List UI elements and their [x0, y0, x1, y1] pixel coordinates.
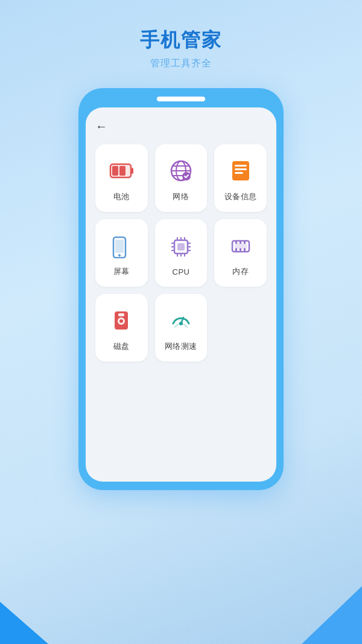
page-title: 手机管家 [140, 27, 222, 54]
phone-notch [157, 97, 205, 101]
tool-card-battery[interactable]: 电池 [95, 144, 148, 212]
tool-card-speedtest[interactable]: 网络测速 [155, 294, 208, 362]
svg-rect-13 [235, 168, 247, 170]
memory-icon [226, 231, 255, 260]
network-icon [167, 156, 195, 185]
phone-screen: ← 电池 [86, 107, 276, 482]
svg-rect-43 [118, 313, 124, 316]
battery-label: 电池 [113, 191, 130, 202]
svg-rect-12 [235, 165, 247, 167]
svg-rect-3 [112, 166, 118, 176]
svg-rect-2 [132, 168, 133, 174]
memory-label: 内存 [232, 266, 249, 277]
tool-card-cpu[interactable]: CPU [155, 219, 208, 287]
svg-point-45 [179, 322, 183, 325]
back-button[interactable]: ← [95, 120, 107, 133]
svg-point-17 [118, 254, 121, 257]
bg-decoration-right [302, 572, 362, 644]
svg-rect-14 [235, 172, 243, 174]
page-subtitle: 管理工具齐全 [140, 57, 222, 70]
deviceinfo-icon [226, 156, 255, 185]
svg-point-42 [119, 319, 123, 323]
svg-rect-39 [235, 243, 247, 249]
screen-icon [107, 231, 136, 260]
speedtest-label: 网络测速 [165, 341, 197, 352]
screen-label: 屏幕 [113, 266, 130, 277]
battery-icon [107, 156, 136, 185]
tool-card-memory[interactable]: 内存 [214, 219, 267, 287]
svg-rect-16 [115, 240, 124, 253]
network-label: 网络 [173, 191, 189, 202]
disk-label: 磁盘 [113, 341, 130, 352]
speedtest-icon [167, 306, 195, 335]
bg-decoration-left [0, 584, 48, 644]
tools-grid-row1: 电池 网络 [95, 144, 267, 362]
tool-card-screen[interactable]: 屏幕 [95, 219, 148, 287]
disk-icon [107, 306, 136, 335]
svg-rect-4 [119, 166, 125, 176]
svg-rect-11 [232, 161, 249, 180]
tool-card-network[interactable]: 网络 [155, 144, 208, 212]
cpu-label: CPU [173, 267, 190, 276]
phone-mockup: ← 电池 [78, 88, 284, 490]
deviceinfo-label: 设备信息 [224, 191, 257, 202]
tool-card-disk[interactable]: 磁盘 [95, 294, 148, 362]
cpu-icon [167, 232, 195, 261]
tool-card-deviceinfo[interactable]: 设备信息 [214, 144, 267, 212]
svg-rect-19 [177, 243, 185, 250]
page-header: 手机管家 管理工具齐全 [140, 0, 222, 82]
